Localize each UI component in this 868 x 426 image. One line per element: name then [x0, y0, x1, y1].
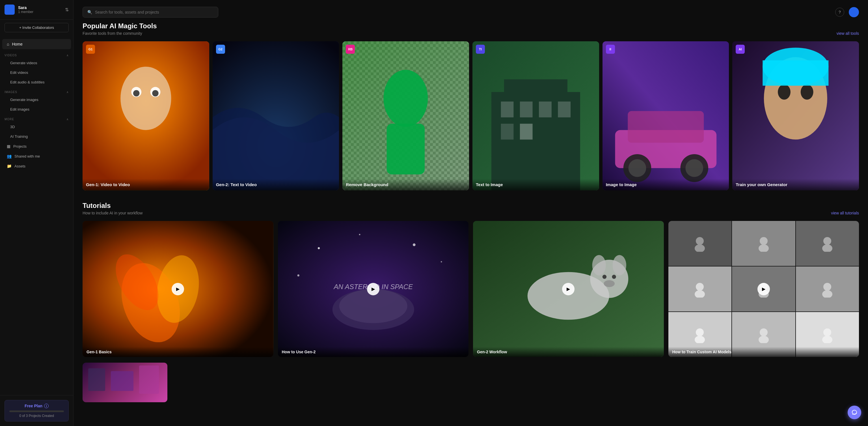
tutorial-label-3: Gen-2 Workflow — [473, 347, 664, 357]
chevron-icon[interactable]: ⇅ — [65, 7, 69, 12]
sidebar-item-ai-training[interactable]: AI Training — [2, 132, 71, 141]
play-button-tut4[interactable]: ▶ — [757, 283, 770, 295]
svg-point-69 — [822, 336, 832, 343]
chat-button[interactable] — [848, 406, 861, 419]
svg-point-55 — [758, 244, 769, 252]
svg-point-54 — [760, 237, 768, 245]
sidebar-item-edit-audio[interactable]: Edit audio & subtitles — [2, 78, 71, 87]
generate-images-label: Generate images — [10, 98, 38, 102]
tool-badge-gen1: G1 — [86, 45, 95, 54]
play-button-tut2[interactable]: ▶ — [367, 283, 379, 295]
svg-point-65 — [695, 336, 705, 343]
sidebar-item-home[interactable]: ⌂ Home — [2, 39, 71, 49]
svg-rect-13 — [520, 101, 533, 117]
tool-card-gen1[interactable]: G1 Gen-1: Video to Video — [83, 41, 209, 190]
sidebar-item-shared[interactable]: 👥 Shared with me — [2, 151, 71, 161]
svg-point-28 — [801, 84, 813, 99]
sidebar-item-generate-images[interactable]: Generate images — [2, 95, 71, 104]
removebg-overlay — [342, 41, 469, 190]
tool-badge-texttoimage: TI — [476, 45, 485, 54]
svg-point-58 — [696, 283, 704, 291]
play-button-tut1[interactable]: ▶ — [172, 283, 184, 295]
svg-point-23 — [628, 159, 646, 177]
tutorial-card-gen1-basics[interactable]: ▶ Gen-1 Basics — [83, 221, 273, 357]
svg-point-49 — [602, 275, 607, 279]
tool-card-removebg[interactable]: RB Remove Background — [342, 41, 469, 190]
svg-point-63 — [822, 290, 832, 298]
tool-label-gen2: Gen-2: Text to Video — [213, 179, 339, 190]
search-bar[interactable]: 🔍 — [83, 7, 218, 18]
chevron-up-images-icon[interactable]: ∧ — [66, 91, 69, 94]
tutorials-subtitle: How to include AI in your workflow — [83, 211, 143, 215]
svg-point-56 — [823, 237, 831, 245]
svg-point-62 — [823, 283, 831, 291]
shared-label: Shared with me — [14, 154, 40, 158]
tool-label-imagetoimage: Image to Image — [602, 179, 729, 190]
tutorial-card-gen2-workflow[interactable]: ▶ Gen-2 Workflow — [473, 221, 664, 357]
tutorial-label-1: Gen-1 Basics — [83, 347, 273, 357]
tool-label-texttoimage: Text to Image — [472, 179, 599, 190]
search-input[interactable] — [95, 10, 214, 14]
svg-rect-17 — [520, 124, 533, 140]
svg-point-68 — [823, 328, 831, 336]
sidebar-item-projects[interactable]: ▦ Projects — [2, 142, 71, 151]
edit-audio-label: Edit audio & subtitles — [10, 80, 44, 84]
info-icon[interactable]: i — [44, 404, 49, 408]
svg-point-36 — [317, 247, 319, 249]
assets-label: Assets — [14, 164, 26, 168]
tutorial-card-partial[interactable] — [83, 363, 167, 402]
svg-point-27 — [778, 84, 790, 99]
svg-rect-72 — [111, 371, 133, 391]
shared-icon: 👥 — [7, 154, 11, 158]
generate-videos-label: Generate videos — [10, 61, 37, 65]
svg-rect-73 — [139, 365, 159, 394]
sidebar-item-generate-videos[interactable]: Generate videos — [2, 58, 71, 68]
tutorial-card-gen2[interactable]: AN ASTEROID IN SPACE ▶ How to Use Gen-2 — [278, 221, 469, 357]
view-all-tools-link[interactable]: view all tools — [837, 31, 859, 36]
member-count: 1 member — [18, 10, 62, 14]
tool-card-train[interactable]: AI Train your own Generator — [732, 41, 859, 190]
tutorial-card-custom-ai[interactable]: ▶ How to Train Custom AI Models — [669, 221, 859, 357]
svg-point-67 — [758, 336, 769, 343]
tool-card-imagetoimage[interactable]: II Image to Image — [602, 41, 729, 190]
chevron-up-videos-icon[interactable]: ∧ — [66, 54, 69, 57]
top-header: 🔍 ? — [83, 7, 859, 22]
tool-card-bg-removebg — [342, 41, 469, 190]
tutorial-label-4: How to Train Custom AI Models — [669, 347, 859, 357]
chevron-up-more-icon[interactable]: ∧ — [66, 118, 69, 121]
free-plan-label: Free Plan i — [9, 404, 64, 408]
play-button-tut3[interactable]: ▶ — [562, 283, 575, 295]
svg-point-38 — [412, 243, 415, 246]
section-label-videos: VIDEOS ∧ — [0, 50, 73, 58]
view-all-tutorials-link[interactable]: view all tutorials — [831, 211, 859, 215]
sidebar: Sara 1 member ⇅ + Invite Collaborators ⌂… — [0, 0, 73, 426]
tool-card-texttoimage[interactable]: TI Text to Image — [472, 41, 599, 190]
svg-rect-71 — [88, 368, 105, 391]
header-right: ? — [835, 7, 859, 17]
sidebar-item-edit-images[interactable]: Edit images — [2, 105, 71, 114]
sidebar-item-3d[interactable]: 3D — [2, 122, 71, 131]
svg-point-59 — [695, 290, 705, 298]
tool-card-bg-gen2 — [213, 41, 339, 190]
svg-point-39 — [440, 261, 442, 263]
free-plan-box: Free Plan i 0 of 3 Projects Created — [4, 400, 69, 422]
tool-card-bg-gen1 — [83, 41, 209, 190]
projects-icon: ▦ — [7, 144, 10, 149]
sidebar-item-assets[interactable]: 📁 Assets — [2, 161, 71, 171]
svg-point-24 — [685, 159, 703, 177]
help-button[interactable]: ? — [835, 8, 844, 17]
sidebar-plan-section: Free Plan i 0 of 3 Projects Created — [0, 395, 73, 426]
svg-point-40 — [297, 274, 299, 276]
section-label-more: MORE ∧ — [0, 114, 73, 122]
invite-collaborators-button[interactable]: + Invite Collaborators — [4, 23, 69, 32]
user-avatar[interactable] — [849, 7, 859, 17]
tool-badge-train: AI — [736, 45, 745, 54]
assets-icon: 📁 — [7, 164, 11, 168]
svg-point-57 — [822, 244, 832, 252]
workspace-avatar — [4, 4, 15, 15]
tool-card-gen2[interactable]: G2 Gen-2: Text to Video — [213, 41, 339, 190]
tutorials-section-header: Tutorials How to include AI in your work… — [83, 202, 859, 215]
3d-label: 3D — [10, 125, 15, 129]
sidebar-item-edit-videos[interactable]: Edit videos — [2, 68, 71, 77]
sidebar-header: Sara 1 member ⇅ — [0, 0, 73, 20]
